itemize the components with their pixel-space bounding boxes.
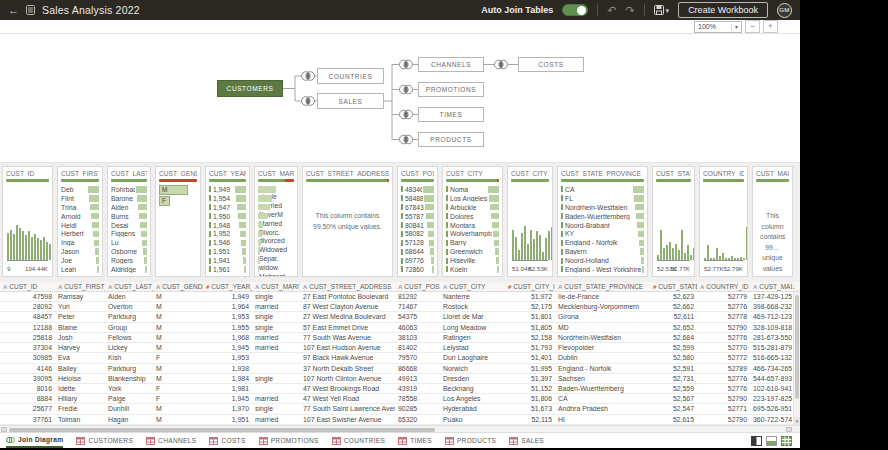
column-card-cust-marital[interactable]: CUST_MARITAL...singlemarriedNeverMMarrie… xyxy=(254,166,298,277)
card-title: CUST_STREET_ADDRESS xyxy=(306,170,389,177)
table-cell: 52,115 xyxy=(505,415,555,424)
funnel-bar xyxy=(240,231,246,238)
zoom-in-button[interactable]: + xyxy=(763,20,778,33)
diagram-node-products[interactable]: PRODUCTS xyxy=(418,132,484,147)
table-row[interactable]: 48457PeterParkburgM1,953single27 West Me… xyxy=(0,312,800,322)
card-title: CUST_STATE_PROVINCE xyxy=(561,170,644,177)
table-row[interactable]: 4146BaileyParkburgM1,93837 North Dekalb … xyxy=(0,364,800,374)
column-header-cust-state-province[interactable]: ACUST_STATE_PROVINCE xyxy=(555,282,650,291)
diagram-node-countries[interactable]: COUNTRIES xyxy=(317,68,384,84)
table-row[interactable]: 47598RamsayAldenM1,949single27 East Pont… xyxy=(0,292,800,302)
column-header-cust-city[interactable]: ACUST_CITY xyxy=(440,282,505,291)
join-node-icon[interactable] xyxy=(495,60,508,69)
diagram-node-channels[interactable]: CHANNELS xyxy=(418,57,484,72)
join-node-icon[interactable] xyxy=(400,135,413,144)
column-header-cust-post[interactable]: ACUST_POST... xyxy=(395,282,440,291)
tab-join-diagram[interactable]: Join Diagram xyxy=(6,433,63,448)
vertical-scrollbar[interactable]: ▾ xyxy=(793,292,800,425)
diagram-node-customers[interactable]: CUSTOMERS xyxy=(217,80,283,97)
tab-promotions[interactable]: PROMOTIONS xyxy=(259,433,319,448)
column-card-cust-city-id[interactable]: CUST_CITY_ID51.04K52.53K xyxy=(507,166,553,277)
column-header-country-id[interactable]: ACOUNTRY_ID xyxy=(697,282,750,291)
column-card-country-id[interactable]: COUNTRY_ID52.77K52.79K xyxy=(699,166,748,277)
table-row[interactable]: 37761TolmanHaganM1,951married107 East Sw… xyxy=(0,415,800,425)
table-row[interactable]: 30985EvaKishF1,95397 Black Hawk Avenue79… xyxy=(0,353,800,363)
create-workbook-button[interactable]: Create Workbook xyxy=(678,2,768,18)
table-row[interactable]: 37304HarveyLickeyM1,945married107 East H… xyxy=(0,343,800,353)
canvas-view-icon[interactable] xyxy=(766,436,777,446)
horizontal-scroll-thumb[interactable] xyxy=(9,428,435,432)
column-card-cust-postal[interactable]: CUST_POSTAL_...4834658488678435578780841… xyxy=(397,166,438,277)
join-node-icon[interactable] xyxy=(400,85,413,94)
user-avatar[interactable]: GM xyxy=(777,3,792,18)
column-header-cust-mai[interactable]: ACUST_MAI... xyxy=(750,282,795,291)
diagram-node-times[interactable]: TIMES xyxy=(418,107,484,122)
column-card-cust-first-n[interactable]: CUST_FIRST_N...DebFlintTrinaArnoldHeidiH… xyxy=(57,166,103,277)
table-row[interactable]: 8884HillaryPaigeF1,945married47 West Yel… xyxy=(0,394,800,404)
diagram-node-sales[interactable]: SALES xyxy=(317,93,384,109)
auto-join-toggle[interactable] xyxy=(562,4,588,16)
diagram-node-costs[interactable]: COSTS xyxy=(518,57,584,72)
column-card-cust-last-na[interactable]: CUST_LAST_NA...RohrbackBaroneAldenBurnsD… xyxy=(107,166,151,277)
column-card-cust-street-address[interactable]: CUST_STREET_ADDRESSThis column contains … xyxy=(302,166,393,277)
column-card-cust-year-of[interactable]: CUST_YEAR_OF_...1,9491,9541,9471,9501,94… xyxy=(205,166,250,277)
back-icon[interactable]: ← xyxy=(8,5,19,16)
table-cell: 1,984 xyxy=(203,374,252,383)
join-node-icon[interactable] xyxy=(302,72,315,81)
column-header-cust-first[interactable]: ACUST_FIRST_... xyxy=(55,282,105,291)
join-node-icon[interactable] xyxy=(302,97,315,106)
column-header-cust-id[interactable]: ACUST_ID xyxy=(0,282,55,291)
zoom-out-button[interactable]: − xyxy=(745,20,760,33)
tab-channels[interactable]: CHANNELS xyxy=(146,433,196,448)
column-card-cust-id[interactable]: CUST_ID9104.44K xyxy=(2,166,53,277)
histogram-bar xyxy=(657,255,659,261)
column-card-cust-main[interactable]: CUST_MAIN_...This column contains 99… un… xyxy=(752,166,793,277)
split-view-icon[interactable] xyxy=(751,436,762,446)
list-item: Flint xyxy=(61,194,99,203)
funnel-bar xyxy=(96,257,99,264)
column-card-cust-state-province[interactable]: CUST_STATE_PROVINCECAFLNordrhein-Westfal… xyxy=(557,166,648,277)
table-row[interactable]: 25677FredieDunhillM1,970single77 South S… xyxy=(0,404,800,414)
join-diagram-canvas[interactable]: CUSTOMERSCOUNTRIESSALESCHANNELSPROMOTION… xyxy=(0,34,800,162)
vertical-scroll-thumb[interactable] xyxy=(795,295,799,399)
save-menu[interactable]: ▾ xyxy=(654,5,670,15)
tab-costs[interactable]: COSTS xyxy=(209,433,245,448)
column-card-cust-city[interactable]: CUST_CITYNomaLos AngelesArbuckleDoloresM… xyxy=(442,166,503,277)
join-node-icon[interactable] xyxy=(400,110,413,119)
column-header-cust-gender[interactable]: ACUST_GENDER xyxy=(153,282,203,291)
redo-icon[interactable]: ↷ xyxy=(625,5,634,16)
column-card-cust-state-pr[interactable]: CUST_STATE_PR...52.53K52.77K xyxy=(652,166,695,277)
column-header-cust-street-address[interactable]: ACUST_STREET_ADDRESS xyxy=(300,282,395,291)
column-header-cust-city-id[interactable]: #CUST_CITY_ID xyxy=(505,282,555,291)
tab-sales[interactable]: SALES xyxy=(509,433,544,448)
tab-products[interactable]: PRODUCTS xyxy=(445,433,496,448)
zoom-select[interactable]: 100% ▾ xyxy=(694,21,742,33)
quality-bar xyxy=(6,179,49,182)
tab-customers[interactable]: CUSTOMERS xyxy=(76,433,133,448)
table-row[interactable]: 25818JoshFellowsM1,968married77 South Wa… xyxy=(0,333,800,343)
horizontal-scrollbar[interactable] xyxy=(0,425,800,433)
column-header-cust-last[interactable]: ACUST_LAST_... xyxy=(105,282,153,291)
table-cell: married xyxy=(252,394,300,403)
table-row[interactable]: 12188BlaineGroupM1,955single57 East Emme… xyxy=(0,323,800,333)
column-header-cust-marit[interactable]: ACUST_MARIT... xyxy=(252,282,300,291)
scroll-right-button[interactable] xyxy=(786,427,792,432)
table-row[interactable]: 28092YuriOvertonM1,964married87 West Cla… xyxy=(0,302,800,312)
diagram-node-promotions[interactable]: PROMOTIONS xyxy=(418,82,484,97)
column-card-cust-gender[interactable]: CUST_GENDERMF xyxy=(155,166,201,277)
column-header-cust-year[interactable]: #CUST_YEAR_... xyxy=(203,282,252,291)
table-cell: Hyderabad xyxy=(440,404,505,413)
scroll-left-button[interactable] xyxy=(1,427,7,432)
value-label: 1,947 xyxy=(213,204,236,211)
table-cell: 51,397 xyxy=(505,374,555,383)
scroll-down-icon[interactable]: ▾ xyxy=(794,417,800,425)
undo-icon[interactable]: ↶ xyxy=(607,5,616,16)
column-header-cust-state[interactable]: #CUST_STATE_... xyxy=(650,282,697,291)
tab-times[interactable]: TIMES xyxy=(398,433,432,448)
table-row[interactable]: 39095HeloiseBlankenshipM1,984single107 N… xyxy=(0,374,800,384)
join-node-icon[interactable] xyxy=(400,60,413,69)
grid-view-icon[interactable] xyxy=(781,436,792,446)
tab-countries[interactable]: COUNTRIES xyxy=(332,433,386,448)
table-cell: Idette xyxy=(55,384,105,393)
table-row[interactable]: 8016IdetteYorkF1,98147 West Brookings Ro… xyxy=(0,384,800,394)
